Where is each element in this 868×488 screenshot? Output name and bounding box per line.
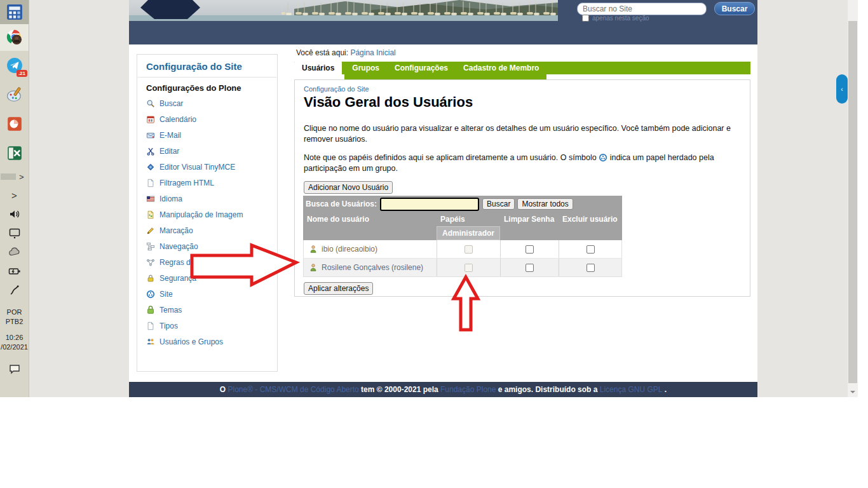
taskbar-app-paint[interactable] xyxy=(0,80,29,109)
clock-date: /02/2021 xyxy=(0,342,29,352)
tray-pen-button[interactable] xyxy=(0,281,29,300)
sidebar-item-seguranca[interactable]: Segurança xyxy=(137,270,277,286)
sidebar-item-label: Calendário xyxy=(159,115,196,124)
taskbar-app-telegram[interactable]: .21 xyxy=(0,51,29,80)
chevron-right-icon[interactable]: > xyxy=(19,172,24,182)
site-search-button[interactable]: Buscar xyxy=(714,2,755,15)
site-setup-portlet: Configuração do Site Configurações do Pl… xyxy=(137,54,278,372)
taskbar-clock[interactable]: 10:26 /02/2021 xyxy=(0,333,29,352)
portlet-title: Configuração do Site xyxy=(137,61,277,72)
breadcrumb-home-link[interactable]: Página Inicial xyxy=(350,48,395,57)
col-clear-password: Limpar Senha xyxy=(500,215,559,224)
footer-text: . xyxy=(663,385,667,394)
excel-icon xyxy=(6,145,23,161)
sidebar-item-manipulacao-de-imagem[interactable]: Manipulação de Imagem xyxy=(137,207,277,222)
sidebar-item-label: Marcação xyxy=(159,226,193,235)
sidebar-item-editar[interactable]: Editar xyxy=(137,143,277,159)
person-icon xyxy=(309,245,318,254)
sidebar-item-label: Editor Visual TinyMCE xyxy=(159,163,235,172)
calendar-icon xyxy=(146,115,155,124)
delete-user-checkbox[interactable] xyxy=(587,264,595,272)
taskbar-app-powerpoint[interactable] xyxy=(0,109,29,139)
sidebar-item-idioma[interactable]: Idioma xyxy=(137,191,277,207)
site-search-input[interactable] xyxy=(577,3,707,15)
tray-cloud-button[interactable] xyxy=(0,243,29,262)
show-all-button[interactable]: Mostrar todos xyxy=(517,198,573,210)
footer-text: tem © 2000-2021 pela xyxy=(359,385,440,394)
language-indicator[interactable]: POR PTB2 xyxy=(0,308,29,327)
tray-battery-button[interactable] xyxy=(0,262,29,281)
sidebar-item-editor-visual-tinymce[interactable]: Editor Visual TinyMCE xyxy=(137,159,277,175)
intro-paragraph: Clique no nome do usuário para visualiza… xyxy=(304,123,743,145)
sidebar-item-e-mail[interactable]: E-Mail xyxy=(137,127,277,143)
sidebar-item-calendario[interactable]: Calendário xyxy=(137,111,277,127)
sidebar-item-buscar[interactable]: Buscar xyxy=(137,95,277,111)
tab-grupos[interactable]: Grupos xyxy=(344,62,387,79)
user-search-input[interactable] xyxy=(380,198,479,211)
footer-link-fundacao-plone[interactable]: Fundação Plone xyxy=(440,385,496,394)
users-table: Busca de Usuários: Buscar Mostrar todos … xyxy=(303,196,622,277)
footer-link-licenca-gnu-gpl[interactable]: Licença GNU GPL xyxy=(600,385,663,394)
user-name-cell: Rosilene Gonçalves (rosilene) xyxy=(304,259,437,276)
clear-password-checkbox[interactable] xyxy=(526,264,534,272)
language-line1: POR xyxy=(0,308,29,317)
floating-accessibility-widget[interactable]: ‹ xyxy=(836,74,848,104)
only-this-section-checkbox[interactable] xyxy=(582,15,589,22)
delete-user-cell xyxy=(559,259,622,276)
user-link-rosilene-goncalves-rosilene[interactable]: Rosilene Gonçalves (rosilene) xyxy=(322,263,423,272)
apply-changes-button[interactable]: Aplicar alterações xyxy=(304,282,373,295)
tray-cast-button[interactable] xyxy=(0,224,29,243)
tab-configuracoes[interactable]: Configurações xyxy=(387,62,456,79)
cast-icon xyxy=(8,227,21,240)
taskbar-app-excel[interactable] xyxy=(0,139,29,168)
delete-user-checkbox[interactable] xyxy=(587,245,595,254)
footer-link-plone-cms-wcm-de-codigo-aberto[interactable]: Plone® - CMS/WCM de Código Aberto xyxy=(228,385,359,394)
table-row: ibio (direcaoibio) xyxy=(304,240,621,259)
paint-icon xyxy=(6,86,23,103)
sidebar-item-temas[interactable]: Temas xyxy=(137,302,277,318)
notification-center-button[interactable] xyxy=(0,360,29,379)
add-new-user-button[interactable]: Adicionar Novo Usuário xyxy=(304,181,393,194)
tab-cadastro-de-membro[interactable]: Cadastro de Membro xyxy=(456,62,546,79)
table-subheader-row: Administrador xyxy=(303,226,622,240)
scrollbar-down-button[interactable] xyxy=(848,386,858,397)
tab-usuarios[interactable]: Usuários xyxy=(294,60,342,79)
sidebar-item-tipos[interactable]: Tipos xyxy=(137,318,277,334)
sidebar-item-usuarios-e-grupos[interactable]: Usuários e Grupos xyxy=(137,334,277,349)
clear-password-checkbox[interactable] xyxy=(526,245,534,254)
only-this-section-label: apenas nesta seção xyxy=(592,15,649,22)
sidebar-item-regras-de-conteudo[interactable]: Regras de Conteúdo xyxy=(137,254,277,270)
taskbar-app-chrome[interactable] xyxy=(0,24,29,51)
clock-time: 10:26 xyxy=(0,333,29,342)
panel-breadcrumb-link[interactable]: Configuração do Site xyxy=(304,85,369,93)
screenshot-stage: .21 > > POR PTB2 10:26 /02/2021 xyxy=(0,0,868,488)
person-icon xyxy=(309,263,318,272)
footer-text: e amigos. Distribuído sob a xyxy=(496,385,599,394)
footer-text: O xyxy=(220,385,228,394)
tray-expand-chevron[interactable]: > xyxy=(0,186,29,205)
windows-taskbar: .21 > > POR PTB2 10:26 /02/2021 xyxy=(0,0,29,397)
tray-speaker-button[interactable] xyxy=(0,205,29,224)
pen-icon xyxy=(8,284,21,297)
mail-icon xyxy=(146,131,155,140)
roles-paragraph-pre: Note que os papéis definidos aqui se apl… xyxy=(304,153,597,162)
telegram-badge: .21 xyxy=(17,70,27,77)
taskbar-overflow[interactable]: > xyxy=(0,168,29,186)
taskbar-overflow-scrollbar[interactable] xyxy=(1,173,16,180)
scrollbar-thumb[interactable] xyxy=(848,21,857,383)
user-link-ibio-direcaoibio[interactable]: ibio (direcaoibio) xyxy=(322,245,377,254)
sidebar-item-marcacao[interactable]: Marcação xyxy=(137,222,277,238)
browser-scrollbar[interactable] xyxy=(848,0,858,397)
sidebar-item-site[interactable]: Site xyxy=(137,286,277,302)
tabs: UsuáriosGruposConfiguraçõesCadastro de M… xyxy=(294,60,546,79)
sidebar-item-filtragem-html[interactable]: Filtragem HTML xyxy=(137,175,277,191)
user-search-button[interactable]: Buscar xyxy=(482,198,515,210)
calculator-icon xyxy=(6,4,23,20)
sidebar-item-navegacao[interactable]: Navegação xyxy=(137,238,277,254)
sidebar-item-label: Temas xyxy=(159,306,182,315)
taskbar-app-calculator[interactable] xyxy=(0,0,29,24)
only-this-section-option[interactable]: apenas nesta seção xyxy=(582,15,649,22)
speaker-icon xyxy=(8,208,21,220)
user-search-label: Busca de Usuários: xyxy=(306,200,377,208)
site-header-banner: Buscar apenas nesta seção xyxy=(129,0,757,44)
